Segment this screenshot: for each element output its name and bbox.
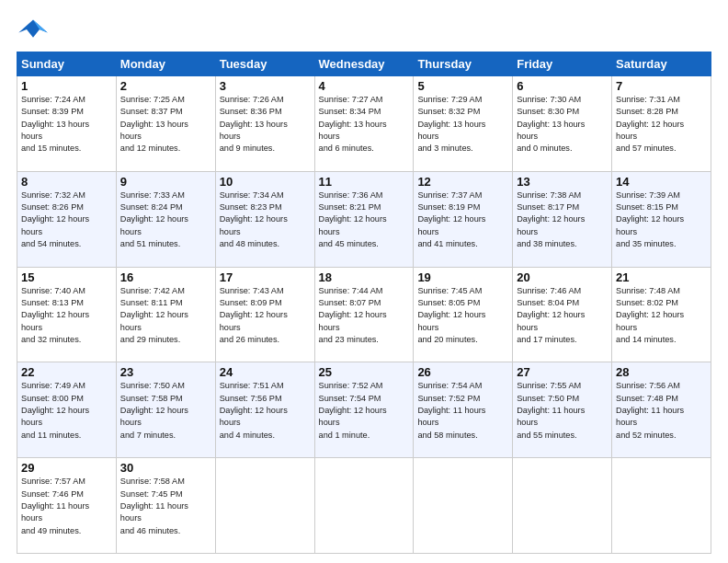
day-number: 17 — [220, 270, 311, 284]
day-info: Sunrise: 7:44 AMSunset: 8:07 PMDaylight:… — [319, 285, 410, 347]
header — [17, 17, 711, 42]
table-row: 21Sunrise: 7:48 AMSunset: 8:02 PMDayligh… — [612, 267, 711, 362]
table-row: 17Sunrise: 7:43 AMSunset: 8:09 PMDayligh… — [215, 267, 314, 362]
day-info: Sunrise: 7:38 AMSunset: 8:17 PMDaylight:… — [517, 190, 608, 251]
table-row: 29Sunrise: 7:57 AMSunset: 7:46 PMDayligh… — [17, 458, 117, 554]
day-number: 14 — [616, 175, 707, 189]
day-number: 4 — [319, 79, 410, 93]
day-info: Sunrise: 7:34 AMSunset: 8:23 PMDaylight:… — [220, 190, 311, 251]
day-info: Sunrise: 7:26 AMSunset: 8:36 PMDaylight:… — [220, 94, 311, 155]
day-info: Sunrise: 7:58 AMSunset: 7:45 PMDaylight:… — [120, 476, 211, 537]
day-number: 23 — [120, 365, 211, 379]
table-row: 6Sunrise: 7:30 AMSunset: 8:30 PMDaylight… — [513, 76, 612, 172]
table-row: 13Sunrise: 7:38 AMSunset: 8:17 PMDayligh… — [513, 171, 612, 267]
table-row: 19Sunrise: 7:45 AMSunset: 8:05 PMDayligh… — [414, 267, 513, 362]
day-info: Sunrise: 7:31 AMSunset: 8:28 PMDaylight:… — [616, 94, 707, 155]
logo-icon — [17, 17, 50, 42]
table-row: 11Sunrise: 7:36 AMSunset: 8:21 PMDayligh… — [314, 171, 414, 267]
day-number: 20 — [517, 270, 608, 284]
table-row: 25Sunrise: 7:52 AMSunset: 7:54 PMDayligh… — [314, 362, 414, 458]
table-row: 26Sunrise: 7:54 AMSunset: 7:52 PMDayligh… — [414, 362, 513, 458]
table-row: 5Sunrise: 7:29 AMSunset: 8:32 PMDaylight… — [414, 76, 513, 172]
day-info: Sunrise: 7:32 AMSunset: 8:26 PMDaylight:… — [21, 190, 112, 251]
day-number: 19 — [417, 270, 508, 284]
day-number: 22 — [21, 365, 112, 379]
day-number: 8 — [21, 175, 112, 189]
day-number: 30 — [120, 461, 211, 475]
day-info: Sunrise: 7:52 AMSunset: 7:54 PMDaylight:… — [319, 380, 410, 442]
day-info: Sunrise: 7:24 AMSunset: 8:39 PMDaylight:… — [21, 94, 112, 155]
table-row: 24Sunrise: 7:51 AMSunset: 7:56 PMDayligh… — [215, 362, 314, 458]
day-number: 27 — [517, 365, 608, 379]
header-thursday: Thursday — [414, 52, 513, 76]
header-saturday: Saturday — [612, 52, 711, 76]
table-row: 3Sunrise: 7:26 AMSunset: 8:36 PMDaylight… — [215, 76, 314, 172]
day-info: Sunrise: 7:43 AMSunset: 8:09 PMDaylight:… — [220, 285, 311, 347]
header-tuesday: Tuesday — [215, 52, 314, 76]
day-info: Sunrise: 7:25 AMSunset: 8:37 PMDaylight:… — [120, 94, 211, 155]
table-row: 14Sunrise: 7:39 AMSunset: 8:15 PMDayligh… — [612, 171, 711, 267]
day-info: Sunrise: 7:55 AMSunset: 7:50 PMDaylight:… — [517, 380, 608, 442]
table-row: 27Sunrise: 7:55 AMSunset: 7:50 PMDayligh… — [513, 362, 612, 458]
day-number: 28 — [616, 365, 707, 379]
day-number: 7 — [616, 79, 707, 93]
day-info: Sunrise: 7:42 AMSunset: 8:11 PMDaylight:… — [120, 285, 211, 347]
day-number: 1 — [21, 79, 112, 93]
day-info: Sunrise: 7:46 AMSunset: 8:04 PMDaylight:… — [517, 285, 608, 347]
weekday-header-row: Sunday Monday Tuesday Wednesday Thursday… — [17, 52, 711, 76]
table-row — [215, 458, 314, 554]
day-number: 25 — [319, 365, 410, 379]
header-friday: Friday — [513, 52, 612, 76]
table-row — [314, 458, 414, 554]
table-row: 1Sunrise: 7:24 AMSunset: 8:39 PMDaylight… — [17, 76, 117, 172]
day-info: Sunrise: 7:33 AMSunset: 8:24 PMDaylight:… — [120, 190, 211, 251]
day-info: Sunrise: 7:49 AMSunset: 8:00 PMDaylight:… — [21, 380, 112, 442]
day-number: 10 — [220, 175, 311, 189]
table-row: 22Sunrise: 7:49 AMSunset: 8:00 PMDayligh… — [17, 362, 117, 458]
day-number: 5 — [417, 79, 508, 93]
day-info: Sunrise: 7:36 AMSunset: 8:21 PMDaylight:… — [319, 190, 410, 251]
table-row: 16Sunrise: 7:42 AMSunset: 8:11 PMDayligh… — [116, 267, 215, 362]
day-info: Sunrise: 7:45 AMSunset: 8:05 PMDaylight:… — [417, 285, 508, 347]
day-number: 15 — [21, 270, 112, 284]
day-number: 12 — [417, 175, 508, 189]
logo — [17, 17, 53, 42]
day-number: 13 — [517, 175, 608, 189]
table-row — [513, 458, 612, 554]
page: Sunday Monday Tuesday Wednesday Thursday… — [0, 0, 728, 563]
day-info: Sunrise: 7:54 AMSunset: 7:52 PMDaylight:… — [417, 380, 508, 442]
day-number: 2 — [120, 79, 211, 93]
header-sunday: Sunday — [17, 52, 117, 76]
table-row — [612, 458, 711, 554]
table-row — [414, 458, 513, 554]
table-row: 18Sunrise: 7:44 AMSunset: 8:07 PMDayligh… — [314, 267, 414, 362]
table-row: 20Sunrise: 7:46 AMSunset: 8:04 PMDayligh… — [513, 267, 612, 362]
day-info: Sunrise: 7:51 AMSunset: 7:56 PMDaylight:… — [220, 380, 311, 442]
calendar-table: Sunday Monday Tuesday Wednesday Thursday… — [17, 52, 711, 554]
day-info: Sunrise: 7:30 AMSunset: 8:30 PMDaylight:… — [517, 94, 608, 155]
table-row: 23Sunrise: 7:50 AMSunset: 7:58 PMDayligh… — [116, 362, 215, 458]
table-row: 8Sunrise: 7:32 AMSunset: 8:26 PMDaylight… — [17, 171, 117, 267]
day-number: 21 — [616, 270, 707, 284]
day-info: Sunrise: 7:39 AMSunset: 8:15 PMDaylight:… — [616, 190, 707, 251]
day-number: 24 — [220, 365, 311, 379]
day-info: Sunrise: 7:27 AMSunset: 8:34 PMDaylight:… — [319, 94, 410, 155]
day-info: Sunrise: 7:50 AMSunset: 7:58 PMDaylight:… — [120, 380, 211, 442]
table-row: 7Sunrise: 7:31 AMSunset: 8:28 PMDaylight… — [612, 76, 711, 172]
day-number: 16 — [120, 270, 211, 284]
table-row: 28Sunrise: 7:56 AMSunset: 7:48 PMDayligh… — [612, 362, 711, 458]
day-number: 18 — [319, 270, 410, 284]
table-row: 4Sunrise: 7:27 AMSunset: 8:34 PMDaylight… — [314, 76, 414, 172]
table-row: 12Sunrise: 7:37 AMSunset: 8:19 PMDayligh… — [414, 171, 513, 267]
day-number: 9 — [120, 175, 211, 189]
day-number: 26 — [417, 365, 508, 379]
table-row: 9Sunrise: 7:33 AMSunset: 8:24 PMDaylight… — [116, 171, 215, 267]
day-info: Sunrise: 7:48 AMSunset: 8:02 PMDaylight:… — [616, 285, 707, 347]
header-monday: Monday — [116, 52, 215, 76]
day-number: 6 — [517, 79, 608, 93]
day-number: 3 — [220, 79, 311, 93]
day-info: Sunrise: 7:29 AMSunset: 8:32 PMDaylight:… — [417, 94, 508, 155]
header-wednesday: Wednesday — [314, 52, 414, 76]
table-row: 2Sunrise: 7:25 AMSunset: 8:37 PMDaylight… — [116, 76, 215, 172]
day-number: 29 — [21, 461, 112, 475]
